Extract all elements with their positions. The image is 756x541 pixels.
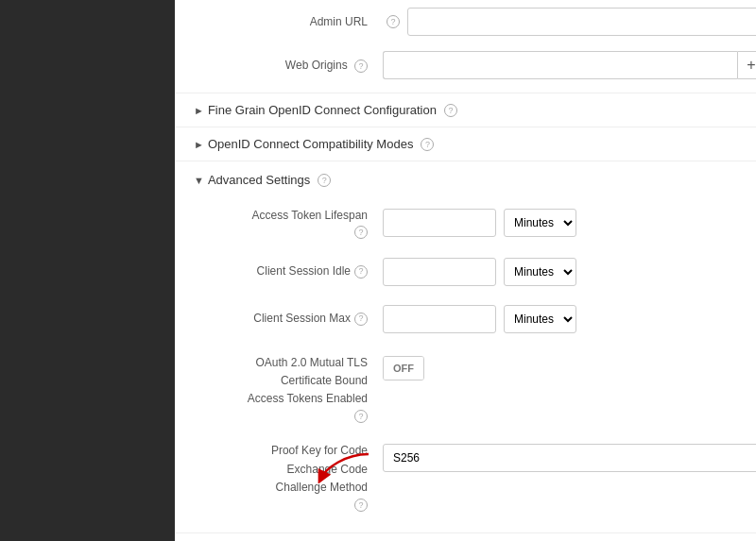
advanced-settings-header[interactable]: ▼ Advanced Settings ?	[175, 161, 756, 198]
access-token-lifespan-help-icon[interactable]: ?	[354, 226, 368, 239]
advanced-settings-help-icon[interactable]: ?	[318, 174, 331, 187]
openid-compat-label: OpenID Connect Compatibility Modes	[208, 137, 414, 151]
client-session-idle-label: Client Session Idle ?	[194, 263, 383, 279]
advanced-settings-section: ▼ Advanced Settings ? Access Token Lifes…	[175, 161, 756, 533]
client-session-idle-input[interactable]	[383, 258, 496, 286]
access-token-lifespan-control: Minutes Hours Days	[383, 209, 737, 237]
pkce-challenge-method-select[interactable]: S256 plain	[383, 444, 756, 472]
client-session-idle-control: Minutes Hours Days	[383, 258, 737, 286]
web-origins-input[interactable]	[383, 51, 737, 79]
advanced-settings-label: Advanced Settings	[208, 173, 310, 187]
admin-url-control: ?	[383, 8, 756, 36]
admin-url-row: Admin URL ?	[175, 0, 756, 43]
fine-grain-help-icon[interactable]: ?	[444, 104, 457, 117]
pkce-help-icon[interactable]: ?	[354, 499, 368, 512]
pkce-label-line3: Challenge Method	[276, 479, 368, 497]
client-session-max-input[interactable]	[383, 305, 496, 333]
main-content: Admin URL ? Web Origins ? + ► Fine Grain…	[175, 0, 756, 541]
oauth-mutual-tls-row: OAuth 2.0 Mutual TLS Certificate Bound A…	[175, 343, 756, 435]
certificate-bound-label: Certificate Bound	[281, 372, 368, 390]
oauth-tls-help-icon[interactable]: ?	[354, 410, 368, 423]
toggle-off-label[interactable]: OFF	[384, 357, 423, 380]
access-token-lifespan-input[interactable]	[383, 209, 496, 237]
fine-grain-section-header[interactable]: ► Fine Grain OpenID Connect Configuratio…	[175, 93, 756, 127]
web-origins-help-icon[interactable]: ?	[354, 59, 368, 73]
fine-grain-arrow-icon: ►	[194, 105, 204, 116]
openid-compat-arrow-icon: ►	[194, 139, 204, 150]
advanced-arrow-icon: ▼	[194, 175, 204, 186]
web-origins-row: Web Origins ? +	[175, 43, 756, 93]
web-origins-label: Web Origins ?	[194, 58, 383, 74]
access-tokens-enabled-label: Access Tokens Enabled	[248, 390, 368, 408]
pkce-row: Proof Key for Code Exchange Code Challen…	[175, 434, 756, 527]
pkce-label-line2: Exchange Code	[287, 461, 368, 479]
sidebar	[0, 0, 175, 541]
pkce-control: S256 plain	[383, 442, 756, 472]
openid-compat-help-icon[interactable]: ?	[421, 138, 434, 151]
client-session-max-row: Client Session Max ? Minutes Hours Days	[175, 296, 756, 343]
client-session-idle-unit-select[interactable]: Minutes Hours Days	[504, 258, 576, 286]
pkce-label-wrap: Proof Key for Code Exchange Code Challen…	[194, 442, 383, 512]
access-token-lifespan-unit-select[interactable]: Minutes Hours Days	[504, 209, 576, 237]
oauth-mutual-tls-control: OFF	[383, 354, 737, 380]
oauth-mutual-tls-label: OAuth 2.0 Mutual TLS	[255, 354, 368, 372]
access-token-lifespan-label-wrap: Access Token Lifespan ?	[194, 208, 383, 239]
client-session-max-label: Client Session Max ?	[194, 311, 383, 327]
web-origins-add-button[interactable]: +	[737, 51, 756, 79]
pkce-label-line1: Proof Key for Code	[271, 442, 368, 460]
client-session-max-control: Minutes Hours Days	[383, 305, 737, 333]
client-session-max-help-icon[interactable]: ?	[354, 313, 368, 326]
oauth-mutual-tls-toggle[interactable]: OFF	[383, 356, 424, 380]
admin-url-help-icon[interactable]: ?	[387, 15, 400, 28]
web-origins-control: +	[383, 51, 756, 79]
oauth-mutual-tls-label-wrap: OAuth 2.0 Mutual TLS Certificate Bound A…	[194, 354, 383, 424]
client-session-idle-row: Client Session Idle ? Minutes Hours Days	[175, 248, 756, 296]
admin-url-label: Admin URL	[194, 14, 383, 30]
access-token-lifespan-row: Access Token Lifespan ? Minutes Hours Da…	[175, 198, 756, 248]
auth-flow-section-header[interactable]: ► Authentication Flow Overrides ?	[175, 533, 756, 541]
access-token-lifespan-label: Access Token Lifespan	[251, 208, 368, 224]
client-session-idle-help-icon[interactable]: ?	[354, 265, 368, 279]
client-session-max-unit-select[interactable]: Minutes Hours Days	[504, 305, 576, 333]
openid-compat-section-header[interactable]: ► OpenID Connect Compatibility Modes ?	[175, 127, 756, 161]
admin-url-input[interactable]	[407, 8, 756, 36]
fine-grain-label: Fine Grain OpenID Connect Configuration	[208, 103, 437, 117]
